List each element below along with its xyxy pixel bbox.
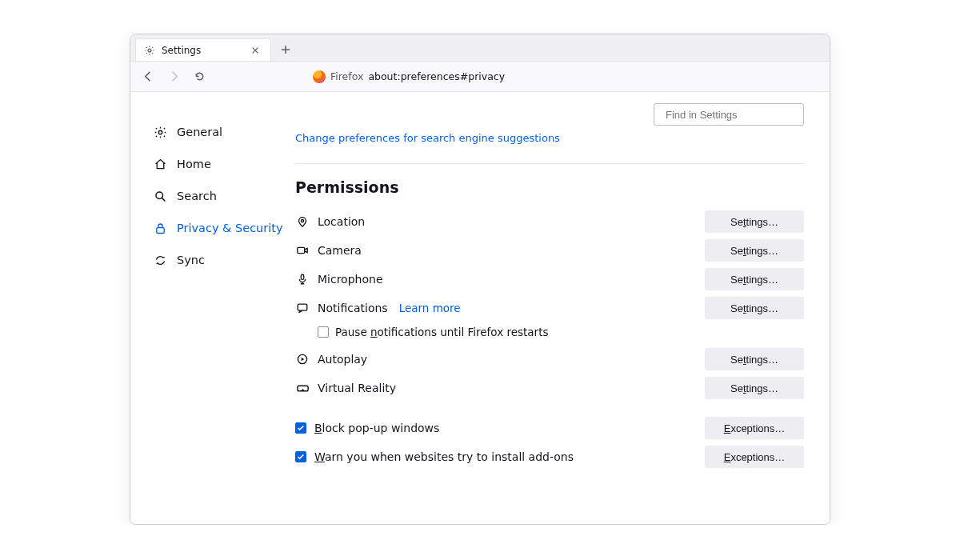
sidebar-item-label: Privacy & Security — [177, 222, 283, 234]
firefox-icon — [313, 70, 326, 83]
svg-point-0 — [148, 49, 151, 52]
reload-button[interactable] — [188, 66, 210, 88]
pause-notifications-label: Pause notifications until Firefox restar… — [335, 326, 548, 338]
tab-strip: Settings — [130, 34, 830, 62]
address-url: about:preferences#privacy — [368, 70, 505, 82]
search-suggestions-link[interactable]: Change preferences for search engine sug… — [295, 132, 804, 144]
warn-addons-label: Warn you when websites try to install ad… — [314, 450, 574, 463]
svg-point-2 — [155, 191, 162, 198]
permissions-heading: Permissions — [295, 178, 804, 196]
sidebar-item-search[interactable]: Search — [153, 180, 290, 212]
autoplay-icon — [295, 352, 310, 366]
microphone-icon — [295, 272, 310, 286]
settings-content: General Home Search Privacy & Security — [130, 92, 830, 524]
vr-icon — [295, 381, 310, 395]
warn-addons-checkbox[interactable] — [295, 451, 306, 462]
notifications-icon — [295, 301, 310, 315]
permission-label: Virtual Reality — [318, 382, 396, 394]
tab-title: Settings — [162, 45, 201, 56]
sidebar-item-privacy[interactable]: Privacy & Security — [153, 212, 290, 244]
search-icon — [153, 189, 167, 203]
home-icon — [153, 157, 167, 171]
permission-row-microphone: Microphone Settings… — [295, 265, 804, 294]
pause-notifications-checkbox[interactable] — [318, 326, 329, 338]
svg-rect-7 — [301, 274, 304, 279]
back-button[interactable] — [137, 66, 159, 88]
camera-settings-button[interactable]: Settings… — [705, 239, 804, 262]
sidebar-item-label: Sync — [177, 254, 205, 266]
settings-sidebar: General Home Search Privacy & Security — [130, 92, 290, 524]
sidebar-item-label: Search — [177, 190, 217, 202]
block-popups-label: Block pop-up windows — [314, 422, 439, 434]
new-tab-button[interactable] — [274, 38, 297, 61]
location-icon — [295, 214, 310, 229]
learn-more-link[interactable]: Learn more — [399, 302, 461, 314]
tab-settings[interactable]: Settings — [135, 38, 271, 61]
popups-exceptions-button[interactable]: Exceptions… — [705, 417, 804, 439]
permission-row-location: Location Settings… — [295, 207, 804, 236]
permission-row-vr: Virtual Reality Settings… — [295, 374, 804, 402]
camera-icon — [295, 243, 310, 258]
svg-rect-6 — [298, 247, 305, 253]
sidebar-item-label: Home — [177, 158, 211, 170]
nav-toolbar: Firefox about:preferences#privacy — [130, 62, 830, 92]
address-bar[interactable]: Firefox about:preferences#privacy — [313, 70, 505, 83]
gear-icon — [144, 45, 155, 56]
browser-window: Settings Firefox about:preferences#priva… — [130, 34, 830, 525]
section-divider — [295, 163, 804, 164]
svg-point-1 — [158, 130, 162, 134]
permission-label: Notifications — [318, 302, 388, 314]
permission-label: Location — [318, 215, 365, 228]
find-in-settings[interactable] — [654, 103, 804, 126]
location-settings-button[interactable]: Settings… — [705, 210, 804, 233]
pause-notifications-row: Pause notifications until Firefox restar… — [295, 322, 804, 345]
sidebar-item-label: General — [177, 126, 222, 138]
permission-label: Microphone — [318, 273, 383, 286]
permission-row-notifications: Notifications Learn more Settings… — [295, 294, 804, 322]
permission-label: Camera — [318, 244, 362, 257]
sidebar-item-general[interactable]: General — [153, 116, 290, 148]
lock-icon — [153, 221, 167, 235]
forward-button[interactable] — [162, 66, 185, 88]
block-popups-checkbox[interactable] — [295, 422, 306, 434]
block-popups-row: Block pop-up windows Exceptions… — [295, 414, 804, 442]
permission-row-camera: Camera Settings… — [295, 236, 804, 265]
svg-rect-8 — [298, 304, 307, 310]
warn-addons-row: Warn you when websites try to install ad… — [295, 442, 804, 471]
tab-close-button[interactable] — [248, 43, 262, 58]
settings-main: Change preferences for search engine sug… — [290, 92, 830, 524]
vr-settings-button[interactable]: Settings… — [705, 377, 804, 399]
addons-exceptions-button[interactable]: Exceptions… — [705, 446, 804, 468]
gear-icon — [153, 125, 167, 139]
microphone-settings-button[interactable]: Settings… — [705, 268, 804, 290]
notifications-settings-button[interactable]: Settings… — [705, 297, 804, 319]
autoplay-settings-button[interactable]: Settings… — [705, 348, 804, 370]
sync-icon — [153, 253, 167, 267]
svg-point-5 — [301, 220, 303, 222]
address-identity: Firefox — [330, 70, 363, 82]
svg-rect-3 — [156, 227, 163, 233]
sidebar-item-sync[interactable]: Sync — [153, 244, 290, 276]
sidebar-item-home[interactable]: Home — [153, 148, 290, 180]
permission-row-autoplay: Autoplay Settings… — [295, 345, 804, 374]
settings-search-input[interactable] — [666, 109, 800, 121]
permission-label: Autoplay — [318, 353, 367, 366]
